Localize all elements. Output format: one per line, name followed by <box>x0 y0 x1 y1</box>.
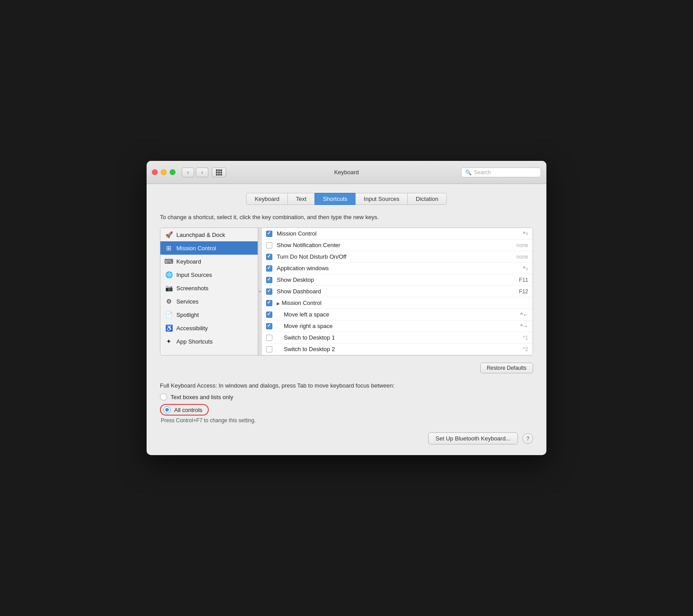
description-text: To change a shortcut, select it, click t… <box>160 214 533 220</box>
shortcut-row-show-notification-center[interactable]: Show Notification Center none <box>262 240 533 251</box>
shortcut-checkbox-show-dashboard[interactable] <box>266 288 272 295</box>
nav-buttons: ‹ › <box>182 168 208 177</box>
sidebar-item-services[interactable]: ⚙ Services <box>160 295 258 308</box>
shortcut-row-show-desktop[interactable]: Show Desktop F11 <box>262 274 533 286</box>
shortcut-key-mission-control-main: ^↑ <box>523 231 528 237</box>
sidebar-item-keyboard-label: Keyboard <box>176 258 253 265</box>
shortcut-checkbox-turn-do-not-disturb[interactable] <box>266 254 272 260</box>
grid-button[interactable] <box>212 168 226 177</box>
sidebar-item-mission-control[interactable]: ⊞ Mission Control <box>160 241 258 255</box>
shortcut-checkbox-switch-desktop-1[interactable] <box>266 335 272 341</box>
sidebar-item-app-shortcuts[interactable]: ✦ App Shortcuts <box>160 335 258 348</box>
shortcut-row-mission-control-group[interactable]: ▶Mission Control <box>262 297 533 309</box>
sidebar-item-input-sources-label: Input Sources <box>176 272 253 278</box>
forward-button[interactable]: › <box>196 168 208 177</box>
sidebar-item-app-shortcuts-label: App Shortcuts <box>176 338 253 345</box>
shortcut-key-move-left-space: ^← <box>520 312 528 318</box>
shortcut-key-switch-desktop-1: ^1 <box>523 335 528 341</box>
shortcut-checkbox-mission-control-group[interactable] <box>266 300 272 306</box>
sidebar-item-launchpad-dock[interactable]: 🚀 Launchpad & Dock <box>160 228 258 241</box>
sidebar-item-accessibility[interactable]: ♿ Accessibility <box>160 321 258 335</box>
sidebar-item-keyboard[interactable]: ⌨ Keyboard <box>160 255 258 268</box>
close-button[interactable] <box>152 169 158 175</box>
shortcut-row-mission-control-main[interactable]: Mission Control ^↑ <box>262 228 533 240</box>
resizer-dot <box>259 291 261 292</box>
shortcut-checkbox-move-left-space[interactable] <box>266 312 272 318</box>
radio-row-text-boxes[interactable]: Text boxes and lists only <box>160 392 533 401</box>
tab-shortcuts[interactable]: Shortcuts <box>315 193 355 205</box>
shortcut-name-mission-control-main: Mission Control <box>277 230 523 237</box>
radio-dot-all-controls <box>165 408 169 412</box>
shortcut-row-turn-do-not-disturb[interactable]: Turn Do Not Disturb On/Off none <box>262 251 533 263</box>
search-input[interactable] <box>474 169 537 176</box>
fka-label: Full Keyboard Access: In windows and dia… <box>160 382 533 389</box>
maximize-button[interactable] <box>170 169 175 175</box>
shortcut-row-move-right-space[interactable]: Move right a space ^→ <box>262 320 533 332</box>
shortcut-key-show-desktop: F11 <box>519 277 528 283</box>
main-panel: 🚀 Launchpad & Dock ⊞ Mission Control ⌨ K… <box>160 228 533 356</box>
shortcut-key-move-right-space: ^→ <box>520 323 528 329</box>
radio-text-boxes[interactable] <box>160 393 167 400</box>
search-box[interactable]: 🔍 <box>461 168 541 177</box>
bluetooth-keyboard-button[interactable]: Set Up Bluetooth Keyboard... <box>428 432 518 444</box>
content-area: Keyboard Text Shortcuts Input Sources Di… <box>147 184 546 455</box>
tab-dictation[interactable]: Dictation <box>407 193 447 205</box>
shortcut-key-show-dashboard: F12 <box>519 288 528 295</box>
sidebar-item-launchpad-dock-label: Launchpad & Dock <box>176 232 253 238</box>
restore-defaults-button[interactable]: Restore Defaults <box>480 363 533 373</box>
shortcut-row-show-dashboard[interactable]: Show Dashboard F12 <box>262 286 533 297</box>
sidebar-item-accessibility-label: Accessibility <box>176 325 253 332</box>
shortcut-checkbox-application-windows[interactable] <box>266 265 272 272</box>
shortcut-row-application-windows[interactable]: Application windows ^↓ <box>262 263 533 274</box>
window-title: Keyboard <box>334 169 359 176</box>
search-icon: 🔍 <box>465 169 472 176</box>
tabs-bar: Keyboard Text Shortcuts Input Sources Di… <box>160 193 533 205</box>
help-button[interactable]: ? <box>522 433 533 444</box>
shortcut-checkbox-mission-control-main[interactable] <box>266 231 272 237</box>
back-button[interactable]: ‹ <box>182 168 194 177</box>
sidebar-item-screenshots-label: Screenshots <box>176 285 253 292</box>
shortcut-row-move-left-space[interactable]: Move left a space ^← <box>262 309 533 320</box>
shortcut-name-show-dashboard: Show Dashboard <box>277 288 519 295</box>
spotlight-icon: 📄 <box>165 311 173 319</box>
keyboard-icon: ⌨ <box>165 257 173 265</box>
minimize-button[interactable] <box>161 169 167 175</box>
sidebar: 🚀 Launchpad & Dock ⊞ Mission Control ⌨ K… <box>160 228 258 355</box>
shortcuts-panel: Mission Control ^↑ Show Notification Cen… <box>262 228 533 355</box>
sidebar-item-input-sources[interactable]: 🌐 Input Sources <box>160 268 258 281</box>
radio-all-controls[interactable] <box>163 406 171 413</box>
all-controls-highlighted-row[interactable]: All controls <box>160 404 209 416</box>
shortcut-key-application-windows: ^↓ <box>523 265 528 272</box>
fka-section: Full Keyboard Access: In windows and dia… <box>160 382 533 424</box>
shortcut-checkbox-show-notification-center[interactable] <box>266 242 272 248</box>
accessibility-icon: ♿ <box>165 324 173 332</box>
traffic-lights <box>152 169 175 175</box>
shortcut-checkbox-move-right-space[interactable] <box>266 323 272 329</box>
mission-control-icon: ⊞ <box>165 244 173 252</box>
sidebar-item-screenshots[interactable]: 📷 Screenshots <box>160 281 258 295</box>
services-icon: ⚙ <box>165 297 173 305</box>
sidebar-item-spotlight[interactable]: 📄 Spotlight <box>160 308 258 321</box>
tab-keyboard[interactable]: Keyboard <box>246 193 287 205</box>
sidebar-item-mission-control-label: Mission Control <box>176 245 253 252</box>
resizer-handle[interactable] <box>258 228 262 355</box>
screenshots-icon: 📷 <box>165 284 173 292</box>
shortcut-name-show-desktop: Show Desktop <box>277 276 519 283</box>
shortcut-key-show-notification-center: none <box>516 242 528 248</box>
tab-text[interactable]: Text <box>287 193 315 205</box>
keyboard-preferences-window: ‹ › Keyboard 🔍 Keyboard Text Shortcuts I… <box>147 161 546 455</box>
radio-row-all-controls[interactable]: All controls <box>160 404 533 416</box>
shortcut-row-switch-desktop-2[interactable]: Switch to Desktop 2 ^2 <box>262 344 533 355</box>
shortcut-checkbox-switch-desktop-2[interactable] <box>266 346 272 352</box>
shortcut-row-switch-desktop-1[interactable]: Switch to Desktop 1 ^1 <box>262 332 533 344</box>
sidebar-item-spotlight-label: Spotlight <box>176 312 253 318</box>
expand-triangle-icon: ▶ <box>277 301 280 306</box>
sidebar-item-services-label: Services <box>176 298 253 305</box>
app-shortcuts-icon: ✦ <box>165 337 173 345</box>
grid-icon <box>216 169 222 176</box>
shortcut-checkbox-show-desktop[interactable] <box>266 277 272 283</box>
launchpad-dock-icon: 🚀 <box>165 231 173 239</box>
tab-input-sources[interactable]: Input Sources <box>355 193 407 205</box>
radio-label-all-controls: All controls <box>174 407 203 413</box>
fka-hint-text: Press Control+F7 to change this setting. <box>161 417 533 424</box>
